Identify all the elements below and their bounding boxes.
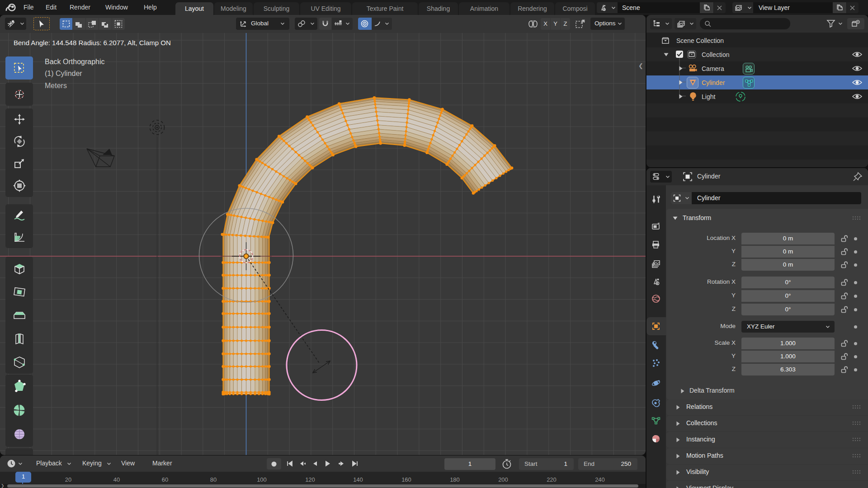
- svg-text:Meters: Meters: [45, 82, 67, 89]
- svg-text:Back Orthographic: Back Orthographic: [45, 58, 105, 66]
- svg-text:❮: ❮: [638, 62, 643, 70]
- svg-text:(1) Cylinder: (1) Cylinder: [45, 70, 82, 77]
